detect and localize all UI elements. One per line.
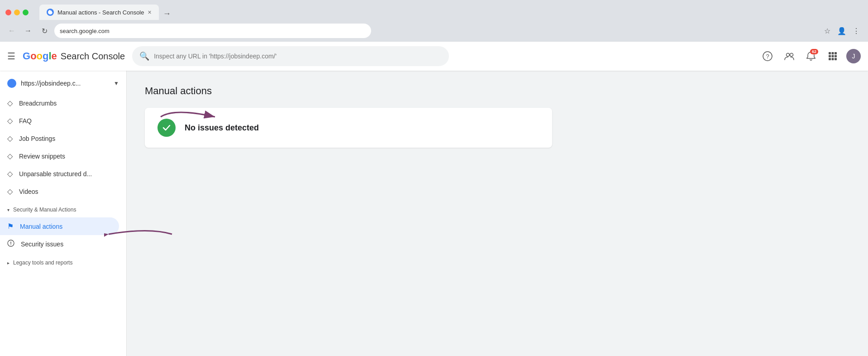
tab-favicon bbox=[47, 9, 54, 16]
navigation-bar: ← → ↻ search.google.com ☆ 👤 ⋮ bbox=[0, 20, 868, 42]
svg-rect-9 bbox=[832, 55, 834, 58]
svg-text:?: ? bbox=[766, 53, 769, 60]
sidebar-item-label: Security issues bbox=[21, 241, 63, 248]
security-section-header[interactable]: ▾ Security & Manual Actions bbox=[0, 202, 126, 217]
tab-area: Manual actions - Search Console × → bbox=[39, 5, 863, 20]
search-icon: 🔍 bbox=[139, 51, 149, 61]
bookmark-icon[interactable]: ☆ bbox=[821, 24, 834, 37]
faq-icon: ◇ bbox=[7, 116, 13, 125]
address-text: search.google.com bbox=[60, 28, 110, 34]
svg-rect-6 bbox=[832, 52, 834, 54]
site-selector[interactable]: https://jobsindeep.c... ▼ bbox=[0, 74, 126, 92]
google-logo: Google Search Console bbox=[23, 50, 125, 62]
job-postings-icon: ◇ bbox=[7, 134, 13, 143]
search-console-label: Search Console bbox=[61, 51, 125, 62]
legacy-section-arrow: ▸ bbox=[7, 260, 10, 265]
status-card: No issues detected bbox=[145, 108, 552, 148]
sidebar-item-label: Unparsable structured d... bbox=[19, 170, 92, 178]
close-button[interactable] bbox=[5, 10, 11, 15]
svg-rect-5 bbox=[829, 52, 831, 54]
security-issues-icon bbox=[7, 240, 14, 249]
tab-close-icon[interactable]: × bbox=[148, 9, 152, 16]
success-icon bbox=[157, 119, 176, 137]
svg-rect-13 bbox=[835, 58, 837, 60]
sidebar-item-label: Review snippets bbox=[19, 153, 65, 160]
user-avatar[interactable]: J bbox=[846, 49, 861, 63]
svg-rect-7 bbox=[835, 52, 837, 54]
apps-icon[interactable] bbox=[825, 48, 841, 64]
address-bar[interactable]: search.google.com bbox=[54, 24, 371, 38]
sidebar-item-label: FAQ bbox=[19, 117, 32, 125]
notifications-icon[interactable]: 62 bbox=[803, 48, 819, 64]
nav-right-icons: ☆ 👤 ⋮ bbox=[821, 24, 863, 37]
sidebar-item-label: Breadcrumbs bbox=[19, 100, 57, 107]
sidebar-item-label: Videos bbox=[19, 188, 38, 195]
new-tab-button[interactable]: → bbox=[161, 7, 173, 20]
menu-icon[interactable]: ⋮ bbox=[850, 24, 863, 37]
forward-button[interactable]: → bbox=[22, 24, 34, 37]
sidebar-item-label: Job Postings bbox=[19, 135, 55, 142]
main-content: Manual actions No issues detected bbox=[127, 71, 868, 356]
page-title: Manual actions bbox=[145, 85, 850, 97]
videos-icon: ◇ bbox=[7, 187, 13, 196]
traffic-lights bbox=[5, 10, 29, 15]
security-section-label: Security & Manual Actions bbox=[13, 207, 76, 213]
sidebar-item-faq[interactable]: ◇ FAQ bbox=[0, 112, 119, 130]
legacy-section-label: Legacy tools and reports bbox=[13, 260, 72, 266]
sidebar-item-job-postings[interactable]: ◇ Job Postings bbox=[0, 130, 119, 147]
manual-actions-icon: ⚑ bbox=[7, 222, 14, 231]
svg-point-4 bbox=[790, 53, 793, 57]
sidebar-item-security-issues[interactable]: Security issues bbox=[0, 235, 119, 253]
back-button[interactable]: ← bbox=[5, 24, 18, 37]
site-favicon bbox=[7, 79, 16, 88]
svg-point-15 bbox=[10, 245, 11, 245]
notification-count: 62 bbox=[810, 49, 818, 54]
sidebar-item-review-snippets[interactable]: ◇ Review snippets bbox=[0, 147, 119, 165]
site-dropdown-arrow: ▼ bbox=[114, 80, 119, 87]
topbar-right-actions: ? 62 J bbox=[759, 48, 861, 64]
tab-title: Manual actions - Search Console bbox=[57, 9, 144, 16]
unparsable-icon: ◇ bbox=[7, 169, 13, 178]
active-tab[interactable]: Manual actions - Search Console × bbox=[39, 5, 159, 20]
google-wordmark: Google bbox=[23, 50, 57, 62]
security-section-arrow: ▾ bbox=[7, 207, 10, 212]
minimize-button[interactable] bbox=[14, 10, 20, 15]
svg-point-3 bbox=[787, 53, 790, 57]
help-icon[interactable]: ? bbox=[759, 48, 776, 64]
site-url: https://jobsindeep.c... bbox=[21, 80, 109, 87]
sidebar-item-label: Manual actions bbox=[20, 223, 62, 230]
hamburger-menu[interactable]: ☰ bbox=[7, 51, 15, 62]
user-management-icon[interactable] bbox=[781, 48, 797, 64]
svg-rect-10 bbox=[835, 55, 837, 58]
status-message: No issues detected bbox=[185, 123, 259, 133]
profile-icon[interactable]: 👤 bbox=[835, 24, 848, 37]
search-input[interactable] bbox=[154, 53, 442, 60]
svg-rect-8 bbox=[829, 55, 831, 58]
breadcrumbs-icon: ◇ bbox=[7, 99, 13, 107]
legacy-section-header[interactable]: ▸ Legacy tools and reports bbox=[0, 255, 126, 270]
main-area: https://jobsindeep.c... ▼ ◇ Breadcrumbs … bbox=[0, 71, 868, 356]
refresh-button[interactable]: ↻ bbox=[38, 24, 51, 37]
svg-rect-12 bbox=[832, 58, 834, 60]
sidebar-item-videos[interactable]: ◇ Videos bbox=[0, 183, 119, 200]
topbar: ☰ Google Search Console 🔍 ? 62 J bbox=[0, 42, 868, 71]
maximize-button[interactable] bbox=[23, 10, 29, 15]
sidebar: https://jobsindeep.c... ▼ ◇ Breadcrumbs … bbox=[0, 71, 127, 356]
sidebar-item-unparsable[interactable]: ◇ Unparsable structured d... bbox=[0, 165, 119, 183]
review-snippets-icon: ◇ bbox=[7, 152, 13, 160]
url-inspect-bar[interactable]: 🔍 bbox=[132, 46, 449, 66]
sidebar-item-manual-actions[interactable]: ⚑ Manual actions bbox=[0, 217, 119, 235]
sidebar-item-breadcrumbs[interactable]: ◇ Breadcrumbs bbox=[0, 94, 119, 112]
svg-rect-11 bbox=[829, 58, 831, 60]
